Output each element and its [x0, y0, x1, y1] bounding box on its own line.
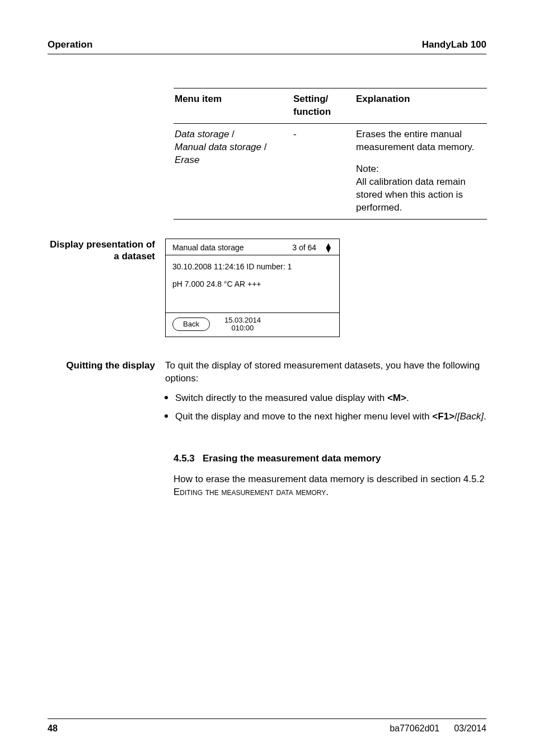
page-number: 48	[48, 724, 58, 734]
section-body-pre: How to erase the measurement data memory…	[174, 474, 485, 484]
section-body-sc: Editing the measurement data memory	[174, 487, 326, 497]
b2-post: .	[484, 411, 486, 422]
doc-id: ba77062d01	[390, 724, 439, 734]
td-setting: -	[292, 123, 355, 219]
quitting-label: Quitting the display	[48, 360, 165, 371]
td-menu-item: Data storage / Manual data storage / Era…	[174, 123, 292, 219]
explain-note-head: Note:	[356, 163, 481, 176]
list-item: Quit the display and move to the next hi…	[175, 408, 486, 423]
td-explanation: Erases the entire manual measurement dat…	[355, 123, 487, 219]
device-count: 3 of 64	[292, 243, 316, 253]
device-title: Manual data storage	[172, 243, 244, 253]
device-date: 15.03.2014	[224, 316, 261, 324]
quitting-para: To quit the display of stored measuremen…	[165, 360, 486, 385]
list-item: Switch directly to the measured value di…	[175, 390, 486, 405]
menu-item-l1: Data storage	[175, 129, 229, 139]
b1-key: <M>	[387, 393, 406, 403]
device-timestamp: 15.03.2014 010:00	[224, 316, 261, 333]
dataset-label-l1: Display presentation of	[48, 239, 155, 250]
menu-item-l3: Erase	[175, 155, 199, 165]
doc-date: 03/2014	[454, 724, 486, 734]
section-body-post: .	[326, 487, 329, 497]
b1-post: .	[406, 393, 409, 403]
th-explanation: Explanation	[355, 88, 487, 124]
slash2: /	[261, 142, 266, 152]
slash1: /	[229, 129, 234, 139]
explain-note-body: All calibration data remain stored when …	[356, 176, 481, 214]
b2-pre: Quit the display and move to the next hi…	[175, 411, 432, 422]
b2-key: <F1>	[432, 411, 455, 422]
b2-ital: [Back]	[457, 411, 484, 422]
section-heading: 4.5.3 Erasing the measurement data memor…	[174, 452, 486, 465]
page-number-val: 48	[48, 724, 58, 733]
menu-item-l2: Manual data storage	[175, 142, 261, 152]
device-line-2: pH 7.000 24.8 °C AR +++	[172, 279, 332, 289]
th-menu-item: Menu item	[174, 88, 292, 124]
dataset-label: Display presentation of a dataset	[48, 239, 165, 263]
device-time: 010:00	[232, 324, 254, 332]
header-right: HandyLab 100	[422, 39, 486, 50]
section-number: 4.5.3	[174, 453, 195, 464]
device-line-1: 30.10.2008 11:24:16 ID number: 1	[172, 262, 332, 272]
device-screen: Manual data storage 3 of 64 ▲ ▼ 30.10.20…	[165, 239, 340, 338]
b1-pre: Switch directly to the measured value di…	[175, 393, 387, 403]
section-title: Erasing the measurement data memory	[203, 453, 381, 464]
quitting-list: Switch directly to the measured value di…	[165, 390, 486, 423]
scroll-arrows-icon[interactable]: ▲ ▼	[324, 243, 332, 251]
explain-main: Erases the entire manual measurement dat…	[356, 128, 481, 154]
menu-table: Menu item Setting/ function Explanation …	[174, 88, 487, 220]
dataset-label-l2: a dataset	[48, 250, 155, 262]
back-button[interactable]: Back	[172, 318, 210, 331]
section-body: How to erase the measurement data memory…	[174, 473, 486, 499]
th-setting: Setting/ function	[292, 88, 355, 124]
arrow-down-icon[interactable]: ▼	[324, 245, 332, 254]
header-left: Operation	[48, 39, 92, 50]
